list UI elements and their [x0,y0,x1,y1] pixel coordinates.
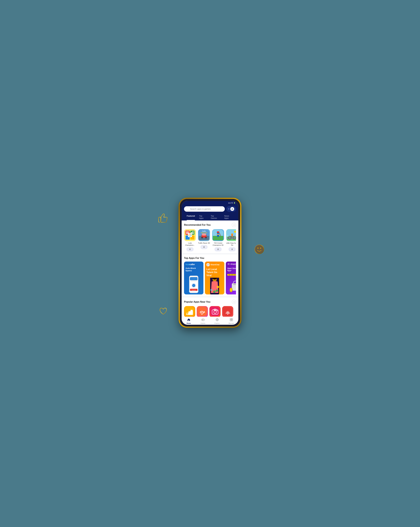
games-icon [201,318,205,322]
top-apps-title: Top Apps For You [184,257,204,260]
svg-point-49 [231,233,233,235]
svg-rect-73 [233,283,236,285]
svg-rect-106 [232,318,233,319]
search-row: Search apps & games अ A [184,206,236,212]
nav-games[interactable]: Games [196,318,210,324]
promo-truecaller[interactable]: truecaller Auto-Block Spams [184,262,203,294]
truecaller-brand-area: truecaller [184,262,203,266]
traffic-racer-name: Traffic Racer 3D [198,242,210,244]
cycle-name: Little Sing Cycle Ra [226,242,236,246]
explore-label: Explore [215,322,220,324]
sharechat-image: ✓ ✓ [205,278,224,294]
svg-point-98 [204,320,204,320]
svg-point-15 [192,231,194,233]
truecaller-brand-text: truecaller [186,263,202,266]
svg-text:aha: aha [200,310,205,313]
menu-icon[interactable] [186,208,188,210]
shopsy-logo-s: S [227,263,230,265]
nav-explore[interactable]: Explore [210,318,224,324]
status-bar: ●●● 5G 🔋 [182,201,238,205]
sharechat-brand-area: 💬 ShareChat [205,262,224,267]
svg-rect-25 [202,233,206,236]
ludo-name: Ludo Champions... [184,242,196,246]
recommended-title: Recommended For You [184,224,210,226]
heart-decoration [158,307,168,316]
language-toggle[interactable]: अ A [226,206,236,212]
svg-text:SPAM CALL • SAFE REPORT: SPAM CALL • SAFE REPORT [189,291,199,292]
popular-apps-list: aha [184,306,236,317]
popular-app-1[interactable] [184,306,195,317]
svg-point-27 [202,237,202,238]
thumbs-up-decoration [156,213,168,223]
popular-app-4[interactable] [222,306,233,317]
tab-featured[interactable]: Featured [185,214,197,220]
recommended-arrow[interactable]: → [232,223,236,227]
promo-sharechat[interactable]: 💬 ShareChat Let Local Talent Go Viral [205,262,224,294]
sharechat-brand: ShareChat [210,264,219,266]
shopsy-loot-banner: THE LOOT STORES [226,273,236,277]
search-bar[interactable]: Search apps & games [184,206,225,212]
home-icon [187,318,190,322]
svg-point-66 [217,286,219,288]
svg-point-100 [217,319,218,320]
ludo-download-btn[interactable]: ⬇ [186,247,194,251]
svg-point-97 [203,319,204,320]
explore-icon [216,318,219,322]
popular-app-3[interactable] [210,306,221,317]
svg-text:INDIA: INDIA [217,234,219,235]
manage-icon [230,318,233,322]
svg-text:🛡: 🛡 [193,285,194,286]
shopsy-brand-area: S shopsy [226,262,236,267]
ludo-icon [184,229,196,241]
home-label: Home [187,322,191,324]
svg-point-1 [255,245,264,254]
svg-text:Traffic: Traffic [202,231,206,232]
svg-text:Scammer: Scammer [192,290,196,291]
svg-rect-84 [186,313,188,315]
cycle-download-btn[interactable]: ⬇ [229,247,236,251]
popular-near-section: Popular Apps Near You → [182,297,238,317]
app-screen: ●●● 5G 🔋 Search apps & games [182,201,238,325]
svg-point-29 [206,237,206,238]
app-card-cycle[interactable]: Little Sing Cycle Ra ⬇ [226,229,236,251]
app-card-cricket[interactable]: INDIA T20 Cricket Champions 3D ⬇ [212,229,224,251]
games-label: Games [200,322,205,324]
svg-point-11 [188,231,189,233]
cricket-icon: INDIA [212,229,224,241]
popular-app-aha[interactable]: aha [197,306,208,317]
top-apps-promos: truecaller Auto-Block Spams [184,262,236,294]
english-label: A [230,207,234,211]
hindi-label: अ [228,208,229,210]
traffic-racer-download-btn[interactable]: ⬇ [200,245,208,249]
tab-news-apps[interactable]: News Apps [222,214,235,220]
popular-near-arrow[interactable]: → [232,300,236,304]
svg-rect-82 [191,310,193,315]
popular-near-header: Popular Apps Near You → [184,300,236,304]
svg-point-91 [217,310,218,311]
main-content: Recommended For You → [182,220,238,317]
tab-top-games[interactable]: Top Games [209,214,222,220]
promo-shopsy[interactable]: S shopsy Start Shopping At ₹25* THE LOOT… [226,262,236,294]
search-placeholder: Search apps & games [190,208,210,210]
truecaller-tagline: Auto-Block Spams [184,266,203,273]
svg-point-3 [260,248,261,249]
app-card-ludo[interactable]: Ludo Champions... ⬇ [184,229,196,251]
svg-text:+123 456 789: +123 456 789 [190,278,197,279]
top-apps-section: Top Apps For You truecaller Auto-Block S… [182,254,238,296]
svg-point-14 [191,232,192,233]
svg-text:Racer 3D: Racer 3D [201,232,207,233]
svg-rect-81 [188,311,191,315]
app-card-traffic-racer[interactable]: Traffic Racer 3D Traffic Racer 3D ⬇ [198,229,210,251]
svg-rect-108 [232,320,233,321]
nav-manage[interactable]: Manage [224,318,238,324]
nav-home[interactable]: Home [182,318,196,324]
bottom-nav: Home Games [182,317,238,325]
svg-point-10 [186,231,188,233]
svg-rect-105 [230,318,231,319]
svg-point-2 [257,248,259,249]
scene: ●●● 5G 🔋 Search apps & games [158,198,262,329]
nav-tabs: Featured Top Apps Top Games News Apps [184,214,236,220]
cricket-download-btn[interactable]: ⬇ [214,247,222,251]
tab-top-apps[interactable]: Top Apps [197,214,209,220]
recommended-section: Recommended For You → [182,220,238,253]
